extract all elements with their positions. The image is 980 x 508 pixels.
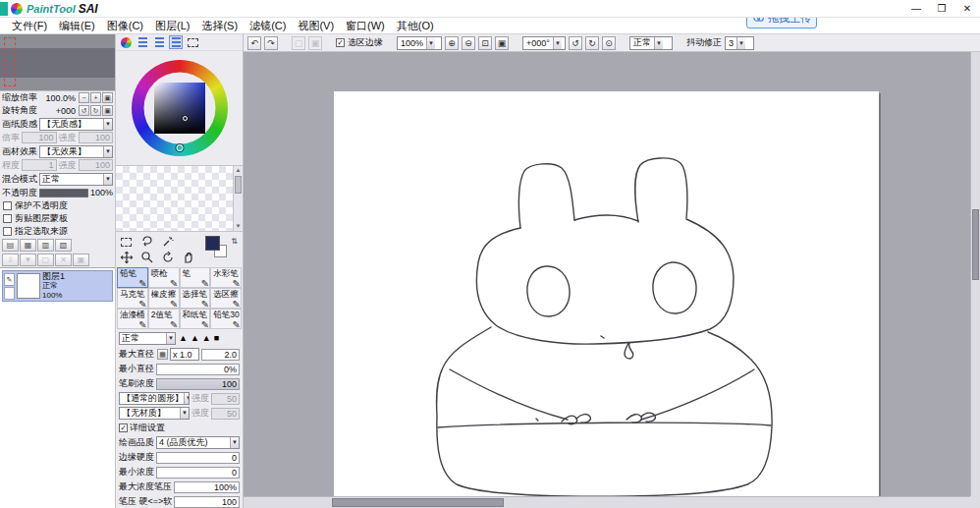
max-density-pressure-slider[interactable]: 100%	[174, 481, 240, 493]
spinner-icon[interactable]: ▼	[426, 37, 435, 49]
swatch-scroll-thumb[interactable]	[235, 176, 242, 194]
color-swatch-pad[interactable]: ▲ ▼	[116, 165, 243, 232]
navigator-view-rect[interactable]	[4, 37, 16, 86]
tip-shape-icon[interactable]: ▲	[191, 333, 199, 343]
rotate-view-tool[interactable]	[160, 251, 175, 264]
horizontal-scroll-thumb[interactable]	[332, 498, 504, 507]
diameter-unit-button[interactable]: ▦	[157, 349, 168, 360]
rotate-cw-button[interactable]: ↻	[90, 105, 101, 116]
swatches-toggle[interactable]	[169, 35, 183, 49]
menu-image[interactable]: 图像(C)	[101, 18, 149, 34]
hsv-slider-toggle[interactable]	[152, 35, 166, 49]
maximize-button[interactable]: ❐	[929, 1, 954, 17]
menu-others[interactable]: 其他(O)	[391, 18, 440, 34]
rotate-canvas-ccw-button[interactable]: ↺	[569, 36, 582, 50]
paper-texture-dropdown[interactable]: 【无质感】 ▼	[39, 118, 113, 131]
scroll-down-icon[interactable]: ▼	[234, 222, 243, 231]
drawing-canvas[interactable]	[334, 91, 879, 496]
menu-layer[interactable]: 图层(L)	[149, 18, 195, 34]
min-diameter-input[interactable]: 0%	[156, 364, 240, 375]
stabilizer-combo[interactable]: 3 ▼	[725, 36, 754, 50]
primary-color-swatch[interactable]	[205, 236, 220, 251]
spinner-icon[interactable]: ▼	[553, 37, 562, 49]
invert-selection-button[interactable]: ▣	[308, 36, 322, 50]
merge-down-button[interactable]: ▼	[20, 254, 36, 266]
navigator-thumbnail[interactable]	[0, 34, 115, 91]
selection-source-checkbox[interactable]	[3, 227, 12, 236]
fit-window-button[interactable]: ⊡	[478, 36, 492, 50]
close-button[interactable]: ✕	[954, 1, 980, 17]
rgb-slider-toggle[interactable]	[136, 35, 149, 49]
selection-edge-checkbox[interactable]: ✓	[336, 38, 345, 47]
vertical-scroll-thumb[interactable]	[972, 209, 979, 280]
brush-select-pen[interactable]: 选择笔✎	[180, 288, 211, 309]
reset-rotation-button[interactable]: ⊙	[602, 36, 616, 50]
undo-button[interactable]: ↶	[247, 36, 261, 50]
horizontal-scrollbar[interactable]	[244, 496, 970, 508]
min-density-slider[interactable]: 0	[156, 467, 240, 479]
actual-size-button[interactable]: ▣	[495, 36, 509, 50]
pressure-hardness-slider[interactable]: 100	[174, 496, 240, 508]
angle-combo[interactable]: +000° ▼	[522, 36, 566, 50]
new-linework-layer-button[interactable]: ▥	[37, 239, 54, 252]
max-diameter-input[interactable]: 2.0	[201, 349, 240, 361]
zoom-reset-button[interactable]: ▣	[102, 92, 113, 103]
zoom-tool[interactable]	[139, 251, 154, 264]
menu-edit[interactable]: 编辑(E)	[53, 18, 101, 34]
tip-shape-icon[interactable]: ■	[214, 333, 219, 343]
clear-layer-button[interactable]: ▢	[37, 254, 54, 266]
brush-watercolor[interactable]: 水彩笔✎	[210, 267, 242, 288]
tip-shape-icon[interactable]: ▲	[202, 333, 211, 343]
layer-paint-icon[interactable]: ✎	[4, 273, 15, 286]
lasso-tool[interactable]	[139, 235, 154, 249]
blend-mode-dropdown[interactable]: 正常 ▼	[39, 173, 113, 186]
zoom-in-canvas-button[interactable]: ⊕	[445, 36, 459, 50]
move-tool[interactable]	[119, 251, 134, 264]
brush-select-eraser[interactable]: 选区擦✎	[210, 288, 242, 309]
paint-mode-combo[interactable]: 正常 ▼	[629, 36, 673, 50]
edge-hardness-slider[interactable]: 0	[156, 452, 240, 464]
swatch-scrollbar[interactable]: ▲ ▼	[233, 166, 243, 231]
menu-window[interactable]: 窗口(W)	[340, 18, 391, 34]
layer-mask-button[interactable]: ▧	[55, 239, 72, 252]
marquee-tool[interactable]	[119, 235, 134, 249]
transfer-down-button[interactable]: ⇩	[2, 254, 19, 266]
hand-tool[interactable]	[181, 251, 195, 264]
clipping-group-checkbox[interactable]	[3, 214, 12, 223]
color-wheel-toggle[interactable]	[119, 35, 133, 49]
brush-texture-dropdown[interactable]: 【无材质】 ▼	[119, 407, 190, 420]
tip-shape-icon[interactable]: ▲	[179, 333, 188, 343]
brush-shape-dropdown[interactable]: 【通常的圆形】 ▼	[119, 392, 190, 405]
zoom-combo[interactable]: 100% ▼	[397, 36, 442, 50]
vertical-scrollbar[interactable]	[970, 52, 980, 496]
brush-bucket[interactable]: 油漆桶✎	[117, 309, 148, 329]
zoom-out-canvas-button[interactable]: ⊖	[462, 36, 475, 50]
menu-view[interactable]: 视图(V)	[292, 18, 340, 34]
saturation-value-square[interactable]	[154, 83, 205, 134]
preserve-opacity-checkbox[interactable]	[3, 201, 12, 210]
brush-pencil30[interactable]: 铅笔30✎	[210, 309, 242, 329]
rotate-canvas-cw-button[interactable]: ↻	[585, 36, 599, 50]
scroll-up-icon[interactable]: ▲	[234, 166, 243, 175]
menu-filter[interactable]: 滤镜(C)	[244, 18, 292, 34]
rotate-ccw-button[interactable]: ↺	[79, 105, 89, 116]
brush-paper-pen[interactable]: 和纸笔✎	[180, 309, 211, 329]
quality-dropdown[interactable]: 4 (品质优先) ▼	[156, 436, 240, 449]
diameter-multiplier-dropdown[interactable]: x 1.0	[170, 348, 199, 361]
magic-wand-tool[interactable]	[160, 235, 175, 249]
layer-visibility-icon[interactable]	[4, 287, 15, 300]
swap-colors-icon[interactable]: ⇅	[231, 237, 238, 246]
opacity-slider[interactable]	[39, 189, 88, 198]
menu-file[interactable]: 文件(F)	[6, 18, 53, 34]
brush-eraser[interactable]: 橡皮擦✎	[148, 288, 180, 309]
brush-pencil[interactable]: 铅笔✎	[117, 267, 148, 288]
density-slider[interactable]: 100	[156, 378, 240, 390]
brush-airbrush[interactable]: 喷枪✎	[148, 267, 180, 288]
layer-item[interactable]: ✎ 图层1 正常 100%	[2, 270, 113, 302]
menu-select[interactable]: 选择(S)	[195, 18, 244, 34]
brush-binary-pen[interactable]: 2值笔✎	[148, 309, 180, 329]
rotate-reset-button[interactable]: ▣	[102, 105, 113, 116]
minimize-button[interactable]: —	[903, 1, 929, 17]
redo-button[interactable]: ↷	[264, 36, 278, 50]
scratchpad-toggle[interactable]	[186, 35, 199, 49]
